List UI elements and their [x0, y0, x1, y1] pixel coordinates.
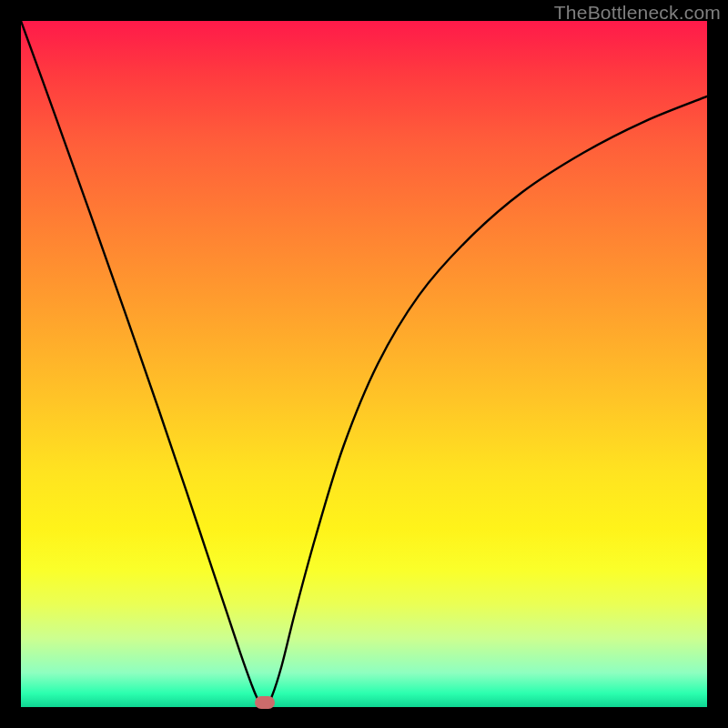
- optimal-point-marker: [255, 696, 275, 709]
- bottleneck-curve: [21, 21, 707, 707]
- watermark-text: TheBottleneck.com: [554, 2, 721, 24]
